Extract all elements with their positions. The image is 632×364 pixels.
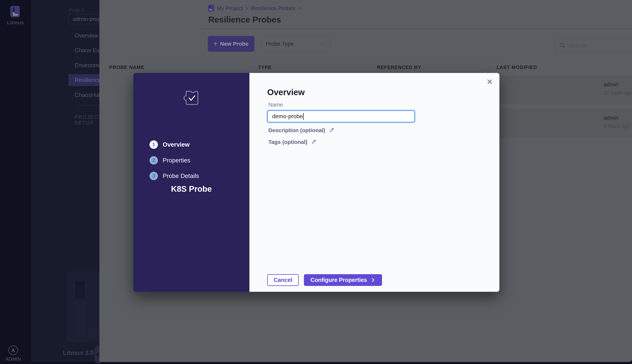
litmus-logo-icon[interactable] bbox=[10, 6, 20, 17]
breadcrumb-separator: > bbox=[298, 5, 301, 11]
app-version: Litmus 3.0 bbox=[63, 349, 94, 356]
step-number: 2 bbox=[150, 156, 158, 164]
breadcrumb: My Project > Resilience Probes > bbox=[208, 5, 301, 12]
breadcrumb-resilience-probes[interactable]: Resilience Probes bbox=[251, 5, 295, 11]
breadcrumb-my-project[interactable]: My Project bbox=[217, 5, 243, 11]
configure-properties-button[interactable]: Configure Properties bbox=[304, 274, 382, 286]
probe-type-dropdown[interactable]: Probe Type bbox=[261, 36, 330, 52]
step-number: 3 bbox=[150, 172, 158, 180]
create-probe-modal: K8S Probe 1 Overview 2 Properties 3 Prob… bbox=[133, 73, 499, 292]
close-icon[interactable]: ✕ bbox=[484, 76, 495, 87]
column-header-probe-name: PROBE NAME bbox=[109, 64, 144, 70]
header-divider bbox=[199, 28, 632, 28]
edit-pencil-icon bbox=[329, 128, 334, 133]
litmus-app: Litmus A ADMIN Project admin-project › O… bbox=[0, 0, 632, 364]
collapse-left-icon bbox=[96, 353, 99, 357]
modal-footer: Cancel Configure Properties bbox=[267, 274, 382, 286]
probe-puzzle-icon bbox=[182, 89, 201, 107]
last-modified-user: admin bbox=[604, 115, 618, 121]
text-caret bbox=[303, 113, 304, 120]
sidebar: Project admin-project › Overview Chaos E… bbox=[31, 0, 99, 362]
new-probe-button[interactable]: + New Probe bbox=[208, 36, 254, 52]
step-probe-details[interactable]: 3 Probe Details bbox=[150, 172, 199, 180]
modal-heading: Overview bbox=[267, 87, 305, 97]
project-label: Project bbox=[69, 7, 84, 13]
column-header-last-modified: LAST MODIFIED bbox=[496, 64, 537, 70]
breadcrumb-logo-icon bbox=[208, 5, 214, 12]
search-placeholder: Search bbox=[569, 42, 586, 48]
column-header-type: TYPE bbox=[258, 64, 272, 70]
edit-pencil-icon bbox=[311, 140, 317, 144]
search-input[interactable]: Search bbox=[555, 38, 632, 53]
search-icon bbox=[559, 42, 565, 48]
probe-name-input[interactable]: demo-probe bbox=[267, 110, 415, 122]
description-toggle[interactable]: Description (optional) bbox=[268, 127, 334, 134]
breadcrumb-separator: > bbox=[245, 5, 249, 11]
user-label: ADMIN bbox=[3, 356, 24, 362]
last-modified-time: 22 hours ago bbox=[604, 90, 632, 96]
modal-step-panel: K8S Probe 1 Overview 2 Properties 3 Prob… bbox=[133, 73, 249, 292]
page-title: Resilience Probes bbox=[208, 15, 281, 24]
plus-icon: + bbox=[214, 40, 218, 47]
name-label: Name bbox=[268, 102, 283, 108]
probe-name-value: demo-probe bbox=[272, 113, 303, 120]
chevron-down-icon bbox=[320, 41, 325, 46]
step-properties[interactable]: 2 Properties bbox=[150, 156, 190, 164]
step-overview[interactable]: 1 Overview bbox=[150, 140, 190, 149]
brand-label: Litmus bbox=[5, 20, 26, 26]
tags-toggle[interactable]: Tags (optional) bbox=[268, 139, 317, 145]
user-avatar[interactable]: A bbox=[9, 346, 18, 355]
cancel-button[interactable]: Cancel bbox=[267, 274, 299, 286]
column-header-referenced-by: REFERENCED BY bbox=[377, 64, 421, 70]
sidebar-rail: Litmus A ADMIN bbox=[0, 0, 31, 362]
last-modified-user: admin bbox=[604, 82, 618, 88]
chevron-right-icon bbox=[371, 278, 375, 282]
last-modified-time: 9 hours ago bbox=[604, 123, 630, 129]
probe-type-title: K8S Probe bbox=[133, 184, 249, 194]
step-number: 1 bbox=[150, 140, 158, 149]
modal-body: ✕ Overview Name demo-probe Description (… bbox=[249, 73, 499, 292]
